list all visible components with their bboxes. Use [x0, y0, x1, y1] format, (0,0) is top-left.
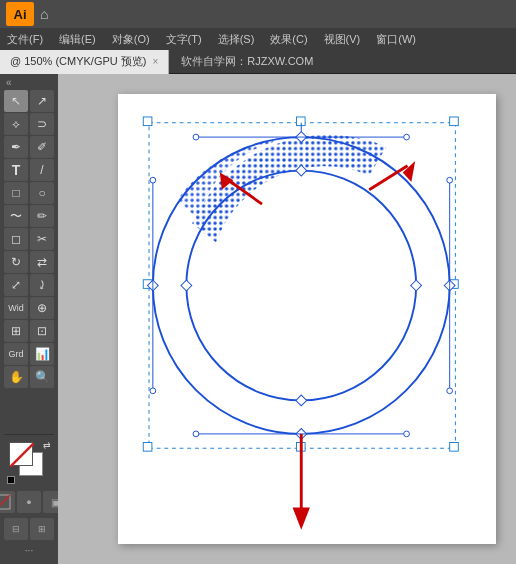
- tool-row-10: Wid ⊕: [4, 297, 54, 319]
- svg-point-30: [447, 177, 453, 183]
- svg-rect-42: [181, 280, 192, 291]
- width-tool[interactable]: Wid: [4, 297, 28, 319]
- menu-view[interactable]: 视图(V): [321, 32, 364, 47]
- menu-file[interactable]: 文件(F): [4, 32, 46, 47]
- mode-tools-row: ● ▣: [0, 491, 58, 513]
- swap-colors-icon[interactable]: ⇄: [43, 440, 51, 450]
- stack2-icon[interactable]: ⊞: [30, 518, 54, 540]
- illustration-svg: [118, 94, 496, 544]
- tab-bar: @ 150% (CMYK/GPU 预览) × 软件自学网：RJZXW.COM: [0, 50, 516, 74]
- ai-logo: Ai: [6, 2, 34, 26]
- direct-selection-tool[interactable]: ↗: [30, 90, 54, 112]
- tab-label: @ 150% (CMYK/GPU 预览): [10, 54, 146, 69]
- svg-rect-7: [143, 443, 152, 452]
- tool-row-11: ⊞ ⊡: [4, 320, 54, 342]
- svg-point-38: [150, 177, 156, 183]
- toolbar-collapse[interactable]: «: [2, 76, 16, 89]
- menu-edit[interactable]: 编辑(E): [56, 32, 99, 47]
- canvas-background: [118, 94, 496, 544]
- svg-line-2: [0, 495, 10, 509]
- tool-row-4: T /: [4, 159, 54, 181]
- menu-window[interactable]: 窗口(W): [373, 32, 419, 47]
- svg-rect-40: [411, 280, 422, 291]
- tab-close-button[interactable]: ×: [152, 56, 158, 67]
- lasso-tool[interactable]: ⊃: [30, 113, 54, 135]
- line-tool[interactable]: /: [30, 159, 54, 181]
- rect-tool[interactable]: □: [4, 182, 28, 204]
- hand-tool[interactable]: ✋: [4, 366, 28, 388]
- menu-bar: 文件(F) 编辑(E) 对象(O) 文字(T) 选择(S) 效果(C) 视图(V…: [0, 28, 516, 50]
- tool-row-2: ⟡ ⊃: [4, 113, 54, 135]
- stack-icon[interactable]: ⊟: [4, 518, 28, 540]
- svg-rect-9: [450, 443, 459, 452]
- tool-row-1: ↖ ↗: [4, 90, 54, 112]
- active-tab[interactable]: @ 150% (CMYK/GPU 预览) ×: [0, 50, 169, 74]
- selection-tool[interactable]: ↖: [4, 90, 28, 112]
- tool-row-5: □ ○: [4, 182, 54, 204]
- shape-builder-tool[interactable]: ⊕: [30, 297, 54, 319]
- freeform-tool[interactable]: ✐: [30, 136, 54, 158]
- mirror-tool[interactable]: ⇄: [30, 251, 54, 273]
- svg-point-25: [404, 134, 410, 140]
- more-tools-button[interactable]: ···: [23, 543, 35, 558]
- tab-right-text: 软件自学网：RJZXW.COM: [169, 54, 313, 69]
- svg-point-29: [447, 388, 453, 394]
- main-layout: « ↖ ↗ ⟡ ⊃ ✒ ✐ T / □ ○ 〜 ✏ ◻ ✂: [0, 74, 516, 564]
- tool-row-6: 〜 ✏: [4, 205, 54, 227]
- tool-row-8: ↻ ⇄: [4, 251, 54, 273]
- chart-tool[interactable]: 📊: [30, 343, 54, 365]
- eraser-tool[interactable]: ◻: [4, 228, 28, 250]
- svg-line-0: [10, 443, 34, 467]
- brush-tool[interactable]: 〜: [4, 205, 28, 227]
- zoom-tool[interactable]: 🔍: [30, 366, 54, 388]
- svg-point-26: [193, 134, 199, 140]
- tool-row-13: ✋ 🔍: [4, 366, 54, 388]
- scissors-tool[interactable]: ✂: [30, 228, 54, 250]
- gradient-tool[interactable]: Grd: [4, 343, 28, 365]
- perspective-tool[interactable]: ⊞: [4, 320, 28, 342]
- canvas-area[interactable]: [58, 74, 516, 564]
- title-bar: Ai ⌂: [0, 0, 516, 28]
- svg-line-45: [369, 166, 407, 190]
- fill-none-icon[interactable]: [0, 491, 15, 513]
- menu-select[interactable]: 选择(S): [215, 32, 258, 47]
- rotate-tool[interactable]: ↻: [4, 251, 28, 273]
- svg-point-34: [193, 431, 199, 437]
- pencil-tool[interactable]: ✏: [30, 205, 54, 227]
- default-colors-icon[interactable]: [7, 476, 15, 484]
- svg-marker-48: [293, 508, 310, 530]
- menu-text[interactable]: 文字(T): [163, 32, 205, 47]
- toolbar: « ↖ ↗ ⟡ ⊃ ✒ ✐ T / □ ○ 〜 ✏ ◻ ✂: [0, 74, 58, 564]
- gradient-mode-icon[interactable]: ▣: [43, 491, 58, 513]
- tool-row-3: ✒ ✐: [4, 136, 54, 158]
- type-tool[interactable]: T: [4, 159, 28, 181]
- color-area: ⇄ ● ▣ ⊟ ⊞ ···: [0, 428, 58, 562]
- color-mode-icon[interactable]: ●: [17, 491, 41, 513]
- svg-rect-41: [296, 395, 307, 406]
- menu-effect[interactable]: 效果(C): [267, 32, 310, 47]
- svg-point-37: [150, 388, 156, 394]
- scale-tool[interactable]: ⤢: [4, 274, 28, 296]
- ellipse-tool[interactable]: ○: [30, 182, 54, 204]
- pen-tool[interactable]: ✒: [4, 136, 28, 158]
- home-icon[interactable]: ⌂: [40, 6, 48, 22]
- tool-row-12: Grd 📊: [4, 343, 54, 365]
- svg-rect-6: [450, 117, 459, 126]
- magic-wand-tool[interactable]: ⟡: [4, 113, 28, 135]
- symbol-tool[interactable]: ⊡: [30, 320, 54, 342]
- tool-row-7: ◻ ✂: [4, 228, 54, 250]
- warp-tool[interactable]: ⤸: [30, 274, 54, 296]
- tool-row-9: ⤢ ⤸: [4, 274, 54, 296]
- menu-object[interactable]: 对象(O): [109, 32, 153, 47]
- svg-rect-4: [143, 117, 152, 126]
- svg-point-33: [404, 431, 410, 437]
- color-foreground[interactable]: [9, 442, 33, 466]
